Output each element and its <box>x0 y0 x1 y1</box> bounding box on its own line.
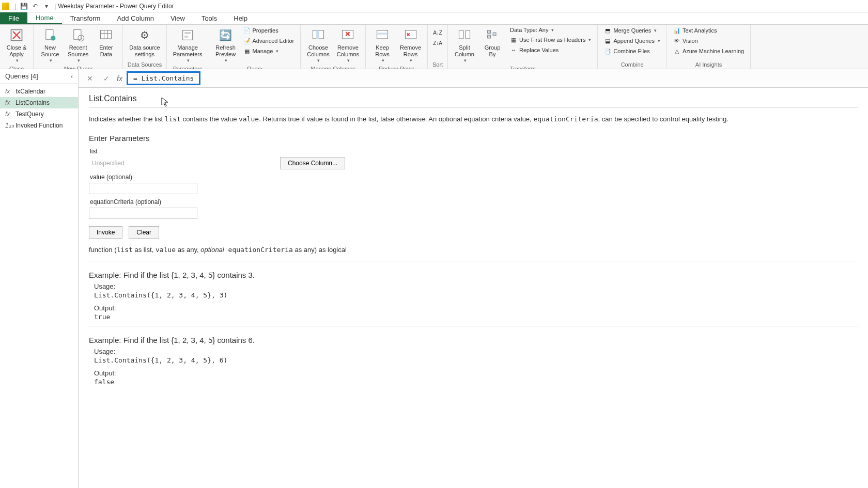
tab-transform[interactable]: Transform <box>62 12 109 24</box>
tab-home[interactable]: Home <box>27 12 62 24</box>
choose-columns-icon <box>310 27 327 43</box>
remove-rows-icon <box>402 27 419 43</box>
enter-data-button[interactable]: Enter Data <box>94 26 118 59</box>
choose-columns-button[interactable]: Choose Columns▾ <box>305 26 331 65</box>
divider <box>89 107 858 108</box>
sort-desc-button[interactable]: Z↓A <box>432 38 443 48</box>
refresh-preview-button[interactable]: 🔄Refresh Preview▾ <box>213 26 238 65</box>
query-list: fxfxCalendar fxListContains fxTestQuery … <box>0 84 78 133</box>
tab-tools[interactable]: Tools <box>193 12 225 24</box>
save-icon[interactable]: 💾 <box>20 2 28 10</box>
keep-rows-icon <box>374 27 391 43</box>
svg-rect-19 <box>493 33 496 36</box>
param-value-input[interactable] <box>89 183 197 194</box>
formula-input[interactable]: = List.Contains <box>127 71 200 85</box>
group-transform: Split Column▾ Group By Data Type: Any▾ ▦… <box>448 25 598 69</box>
param-equation-label: equationCriteria (optional) <box>90 198 858 206</box>
group-label: Sort <box>432 60 443 69</box>
parameters-icon <box>179 27 196 43</box>
data-type-button[interactable]: Data Type: Any▾ <box>508 26 593 34</box>
separator: | <box>54 3 56 10</box>
invoke-button[interactable]: Invoke <box>89 226 122 239</box>
svg-rect-12 <box>377 30 388 39</box>
tab-add-column[interactable]: Add Column <box>109 12 162 24</box>
accept-formula-icon[interactable]: ✓ <box>100 72 113 85</box>
group-query: 🔄Refresh Preview▾ 📄Properties 📝Advanced … <box>209 25 301 69</box>
remove-rows-button[interactable]: Remove Rows▾ <box>398 26 423 65</box>
new-source-button[interactable]: New Source▾ <box>38 26 63 65</box>
ribbon-tabs: File Home Transform Add Column View Tool… <box>0 12 868 25</box>
function-description: Indicates whether the list list contains… <box>89 114 858 124</box>
divider <box>89 261 858 261</box>
cancel-formula-icon[interactable]: ✕ <box>84 72 96 85</box>
param-equation-input[interactable] <box>89 208 197 219</box>
manage-parameters-button[interactable]: Manage Parameters▾ <box>171 26 205 65</box>
headers-icon: ▦ <box>510 36 517 43</box>
separator: | <box>14 3 16 10</box>
recent-sources-button[interactable]: Recent Sources▾ <box>66 26 90 65</box>
customize-qat-icon[interactable]: ▾ <box>42 2 51 10</box>
keep-rows-button[interactable]: Keep Rows▾ <box>370 26 395 65</box>
data-source-settings-button[interactable]: ⚙Data source settings <box>127 26 162 59</box>
tab-file[interactable]: File <box>0 12 27 24</box>
split-column-button[interactable]: Split Column▾ <box>452 26 477 65</box>
first-row-headers-button[interactable]: ▦Use First Row as Headers▾ <box>508 35 593 44</box>
query-item-invoked-function[interactable]: 1₂₃Invoked Function <box>0 120 78 131</box>
fx-icon[interactable]: fx <box>117 74 122 83</box>
close-apply-button[interactable]: Close & Apply▾ <box>4 26 29 65</box>
svg-rect-18 <box>488 35 491 38</box>
append-queries-button[interactable]: ⬓Append Queries▾ <box>602 36 662 45</box>
sort-desc-icon: Z↓A <box>434 39 441 46</box>
group-by-button[interactable]: Group By <box>480 26 505 59</box>
collapse-pane-icon[interactable]: ‹ <box>71 72 73 80</box>
svg-rect-3 <box>74 30 81 40</box>
remove-columns-button[interactable]: Remove Columns▾ <box>335 26 361 65</box>
sort-asc-button[interactable]: A↓Z <box>432 28 443 37</box>
properties-icon: 📄 <box>243 27 251 34</box>
refresh-icon: 🔄 <box>218 27 234 43</box>
group-by-icon <box>484 27 501 43</box>
merge-icon: ⬒ <box>604 27 611 34</box>
function-icon: fx <box>5 99 12 106</box>
svg-rect-5 <box>101 30 112 39</box>
example1: Usage: List.Contains({1, 2, 3, 4, 5}, 3)… <box>94 282 858 321</box>
tab-help[interactable]: Help <box>225 12 256 24</box>
properties-button[interactable]: 📄Properties <box>241 26 297 35</box>
combine-files-button[interactable]: 📑Combine Files <box>602 46 662 56</box>
replace-icon: ↔ <box>510 46 517 54</box>
function-doc: List.Contains Indicates whether the list… <box>79 88 868 488</box>
app-icon <box>2 3 9 10</box>
sort-asc-icon: A↓Z <box>434 29 441 36</box>
svg-rect-14 <box>405 30 416 39</box>
divider <box>89 326 858 326</box>
queries-header: Queries [4] ‹ <box>0 69 78 84</box>
group-label: Data Sources <box>127 60 162 69</box>
svg-rect-10 <box>316 30 319 39</box>
azure-ml-icon: △ <box>673 48 680 55</box>
merge-queries-button[interactable]: ⬒Merge Queries▾ <box>602 26 662 35</box>
manage-button[interactable]: ▦Manage▾ <box>241 46 297 56</box>
choose-column-button[interactable]: Choose Column... <box>280 157 345 169</box>
advanced-editor-button[interactable]: 📝Advanced Editor <box>241 36 297 45</box>
title-bar: | 💾 ↶ ▾ | Weekday Parameter - Power Quer… <box>0 0 868 12</box>
azure-ml-button[interactable]: △Azure Machine Learning <box>671 46 746 56</box>
example2: Usage: List.Contains({1, 2, 3, 4, 5}, 6)… <box>94 348 858 386</box>
query-item-listcontains[interactable]: fxListContains <box>0 97 78 108</box>
manage-icon: ▦ <box>243 48 251 55</box>
remove-columns-icon <box>339 27 356 43</box>
replace-values-button[interactable]: ↔Replace Values <box>508 45 593 55</box>
undo-icon[interactable]: ↶ <box>31 2 39 10</box>
group-manage-columns: Choose Columns▾ Remove Columns▾ Manage C… <box>301 25 366 69</box>
queries-pane: Queries [4] ‹ fxfxCalendar fxListContain… <box>0 69 79 488</box>
query-item-testquery[interactable]: fxTestQuery <box>0 108 78 120</box>
vision-button[interactable]: 👁Vision <box>671 36 746 45</box>
tab-view[interactable]: View <box>162 12 193 24</box>
query-item-fxcalendar[interactable]: fxfxCalendar <box>0 86 78 97</box>
group-close: Close & Apply▾ Close <box>0 25 34 69</box>
svg-rect-15 <box>459 30 463 39</box>
clear-button[interactable]: Clear <box>129 226 159 239</box>
text-analytics-button[interactable]: 📊Text Analytics <box>671 26 746 35</box>
function-icon: fx <box>5 111 12 118</box>
formula-bar: ✕ ✓ fx = List.Contains <box>79 69 868 88</box>
queries-title: Queries [4] <box>5 72 38 80</box>
